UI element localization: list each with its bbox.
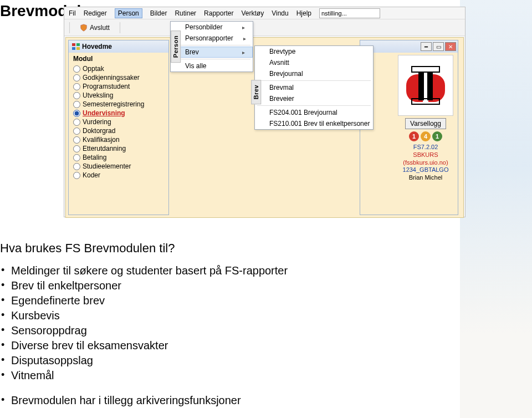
bullet: Sensoroppdrag	[1, 324, 421, 337]
menu-personrapporter[interactable]: Personrapporter	[171, 33, 253, 44]
brev-dropdown: Brev Brevtype Avsnitt Brevjournal Brevma…	[254, 45, 374, 130]
svg-rect-2	[72, 47, 75, 50]
menu-rutiner[interactable]: Rutiner	[175, 9, 196, 17]
hovedme-title: Hovedme	[82, 43, 112, 50]
radio-godkjenning[interactable]: Godkjenningssaker	[73, 73, 164, 82]
close-button[interactable]: ✕	[445, 42, 456, 51]
code-label: 1234_GBTALGO	[403, 166, 449, 174]
menu-hjelp[interactable]: Hjelp	[296, 9, 311, 17]
varsellogg-button[interactable]: Varsellogg	[405, 118, 446, 129]
menu-vis-alle[interactable]: Vis alle	[171, 60, 253, 72]
radio-undervisning[interactable]: Undervisning	[73, 109, 164, 118]
menu-rapporter[interactable]: Rapporter	[204, 9, 233, 17]
menu-person[interactable]: Person	[115, 8, 142, 18]
bullet: Brev til enkeltpersoner	[1, 279, 421, 292]
menu-fs210[interactable]: FS210.001 Brev til enkeltpersoner	[255, 118, 373, 129]
toolbar-avslutt[interactable]: Avslutt	[76, 22, 114, 33]
bullet: Diverse brev til eksamensvakter	[1, 339, 421, 352]
minimize-button[interactable]: ━	[421, 42, 432, 51]
radio-semreg[interactable]: Semesterregistrering	[73, 100, 164, 109]
menu-avsnitt[interactable]: Avsnitt	[255, 57, 373, 68]
svg-rect-1	[76, 43, 80, 46]
radio-studieelementer[interactable]: Studieelementer	[73, 162, 164, 171]
footer-bullet: Brevmodulen har i tillegg arkiveringsfun…	[1, 394, 421, 407]
user-label: SBKURS	[403, 151, 449, 159]
menu-brevjournal[interactable]: Brevjournal	[255, 68, 373, 79]
radio-koder[interactable]: Koder	[73, 171, 164, 180]
window-icon	[72, 43, 80, 50]
badge-green: 1	[432, 131, 442, 141]
application-window: Fil Rediger Person Bilder Rutiner Rappor…	[64, 7, 466, 217]
radio-programstudent[interactable]: Programstudent	[73, 82, 164, 91]
decorative-sidebar	[460, 0, 532, 418]
modul-list: Modul Opptak Godkjenningssaker Programst…	[69, 53, 168, 182]
radio-opptak[interactable]: Opptak	[73, 64, 164, 73]
menu-fs204[interactable]: FS204.001 Brevjournal	[255, 107, 373, 118]
badge-red: 1	[409, 131, 419, 141]
brev-tab: Brev	[251, 79, 261, 104]
maximize-button[interactable]: ▭	[433, 42, 444, 51]
radio-doktorgrad[interactable]: Doktorgrad	[73, 126, 164, 135]
host-label: (fssbkurs.uio.no)	[403, 159, 449, 167]
bullet: Meldinger til søkere og studenter basert…	[1, 264, 421, 277]
blank-child-window: ━ ▭ ✕ Varsellogg	[360, 40, 458, 215]
svg-rect-3	[76, 47, 80, 50]
svg-rect-0	[72, 43, 75, 46]
menu-breveier[interactable]: Breveier	[255, 93, 373, 104]
bullet: Disputasoppslag	[1, 354, 421, 367]
radio-utveksling[interactable]: Utveksling	[73, 91, 164, 100]
info-block: FS7.2.02 SBKURS (fssbkurs.uio.no) 1234_G…	[403, 144, 449, 182]
menu-brev[interactable]: Brev	[171, 47, 253, 58]
badge-yellow: 4	[421, 131, 431, 141]
menu-brevtype[interactable]: Brevtype	[255, 46, 373, 57]
bullet: Kursbevis	[1, 309, 421, 322]
menu-rediger[interactable]: Rediger	[84, 9, 107, 17]
fs-logo	[398, 55, 453, 116]
bullet: Vitnemål	[1, 369, 421, 382]
right-info-panel: Varsellogg 1 4 1 FS7.2.02 SBKURS (fssbku…	[396, 55, 456, 182]
radio-etterutdanning[interactable]: Etterutdanning	[73, 144, 164, 153]
menu-bilder[interactable]: Bilder	[150, 9, 167, 17]
status-badges: 1 4 1	[409, 131, 442, 141]
blank-titlebar: ━ ▭ ✕	[360, 40, 458, 53]
slide-content: Hva brukes FS Brevmodulen til? Meldinger…	[0, 241, 421, 409]
version-label: FS7.2.02	[403, 144, 449, 151]
person-tab: Person	[171, 30, 181, 63]
content-heading: Hva brukes FS Brevmodulen til?	[0, 241, 421, 256]
mdi-canvas: Hovedme Modul Opptak Godkjenningssaker P…	[65, 37, 464, 218]
menu-verktoy[interactable]: Verktøy	[241, 9, 264, 17]
person-dropdown: Person Personbilder Personrapporter Brev…	[170, 21, 253, 72]
stilling-input[interactable]	[319, 8, 380, 18]
menubar: Fil Rediger Person Bilder Rutiner Rappor…	[64, 7, 465, 19]
menu-brevmal[interactable]: Brevmal	[255, 82, 373, 93]
bullet: Egendefinerte brev	[1, 294, 421, 307]
radio-kvalifikasjon[interactable]: Kvalifikasjon	[73, 135, 164, 144]
menu-fil[interactable]: Fil	[69, 9, 76, 17]
radio-vurdering[interactable]: Vurdering	[73, 118, 164, 126]
name-label: Brian Michel	[403, 174, 449, 182]
menu-personbilder[interactable]: Personbilder	[171, 22, 253, 33]
hovedme-titlebar[interactable]: Hovedme	[69, 40, 168, 53]
toolbar: Avslutt	[64, 19, 465, 36]
toolbar-avslutt-label: Avslutt	[90, 24, 110, 32]
shield-icon	[80, 24, 88, 32]
modul-header: Modul	[73, 55, 164, 63]
menu-vindu[interactable]: Vindu	[272, 9, 288, 17]
hovedme-window: Hovedme Modul Opptak Godkjenningssaker P…	[68, 40, 169, 215]
radio-betaling[interactable]: Betaling	[73, 153, 164, 162]
